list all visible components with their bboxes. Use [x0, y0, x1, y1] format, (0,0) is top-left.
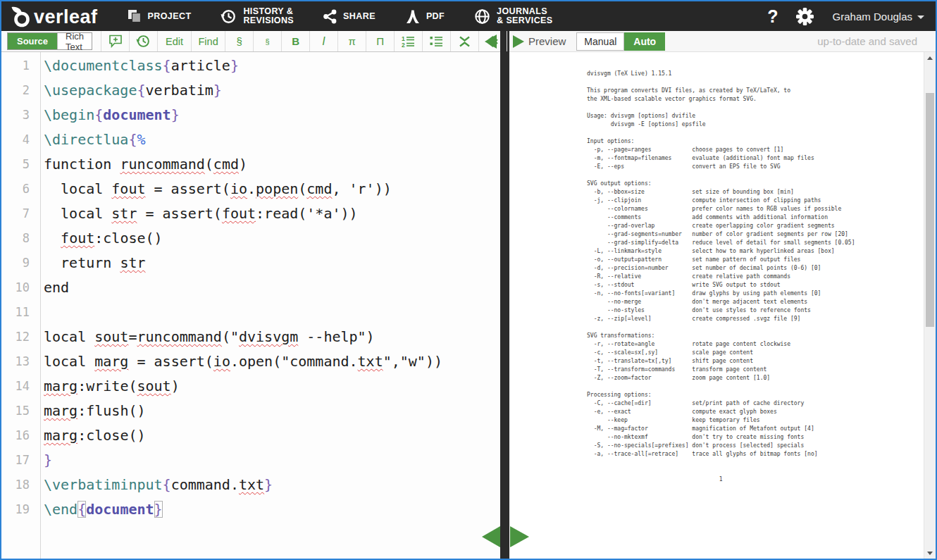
code-line[interactable]: 18\verbatiminput{command.txt}	[1, 473, 500, 497]
history-icon	[136, 34, 151, 49]
track-changes-button[interactable]	[130, 31, 158, 51]
find-button[interactable]: Find	[192, 31, 225, 51]
code-line[interactable]: 2\usepackage{verbatim}	[1, 78, 500, 103]
help-button[interactable]: ?	[767, 6, 778, 27]
line-number: 7	[1, 201, 40, 226]
code-text: \begin{document}	[40, 103, 180, 127]
nav-item-pdf[interactable]: PDF	[405, 9, 445, 24]
source-mode-button[interactable]: Source	[8, 33, 57, 49]
numbered-list-icon: 1 2	[402, 35, 415, 47]
collapse-editor-arrow-bottom[interactable]	[482, 526, 500, 547]
comment-plus-icon	[108, 35, 123, 48]
code-text: local marg = assert(io.open("command.txt…	[40, 349, 442, 374]
scrollbar-up-button[interactable]	[924, 52, 936, 63]
code-text: \verbatiminput{command.txt}	[40, 473, 273, 497]
settings-gear-button[interactable]	[795, 7, 814, 26]
pane-resize-divider[interactable]	[500, 31, 509, 559]
inline-math-button[interactable]: π	[338, 31, 366, 51]
code-line[interactable]: 19\end{document}	[1, 497, 500, 522]
code-line[interactable]: 5function runcommand(cmd)	[1, 152, 500, 177]
gear-icon	[795, 7, 814, 26]
numbered-list-button[interactable]: 1 2	[395, 31, 423, 51]
line-number: 4	[1, 127, 40, 152]
code-line[interactable]: 1\documentclass{article}	[1, 54, 500, 78]
line-number: 1	[1, 54, 40, 78]
bullet-list-icon	[430, 35, 443, 47]
code-text: return str	[40, 251, 146, 275]
navbar-right: ? Graham Douglas	[767, 6, 936, 27]
share-icon	[323, 9, 337, 24]
line-number: 12	[1, 325, 40, 349]
line-number: 8	[1, 226, 40, 251]
line-number: 17	[1, 448, 40, 473]
collapse-editor-arrow-top[interactable]	[485, 35, 497, 49]
edit-menu-button[interactable]: Edit	[158, 31, 192, 51]
collapse-icon	[459, 36, 471, 47]
history-clock-icon	[221, 8, 237, 25]
code-line[interactable]: 3\begin{document}	[1, 103, 500, 127]
display-math-button[interactable]: Π	[366, 31, 395, 51]
code-line[interactable]: 17}	[1, 448, 500, 473]
pdf-text: dvisvgm (TeX Live) 1.15.1 This program c…	[509, 52, 936, 484]
overleaf-leaf-icon	[11, 6, 34, 27]
project-icon	[128, 9, 142, 23]
line-number: 15	[1, 399, 40, 423]
source-code-editor[interactable]: 1\documentclass{article}2\usepackage{ver…	[1, 52, 500, 559]
scrollbar-thumb[interactable]	[926, 93, 934, 327]
line-number: 18	[1, 473, 40, 497]
code-text: marg:write(sout)	[40, 374, 180, 399]
line-number: 9	[1, 251, 40, 275]
expand-preview-arrow-bottom[interactable]	[510, 526, 529, 547]
code-line[interactable]: 10end	[1, 275, 500, 300]
code-line[interactable]: 16marg:close()	[1, 423, 500, 448]
code-line[interactable]: 9 return str	[1, 251, 500, 275]
mode-toggle: Source Rich Text	[7, 32, 92, 50]
rich-text-mode-button[interactable]: Rich Text	[57, 33, 92, 49]
user-menu[interactable]: Graham Douglas	[833, 11, 924, 23]
nav-item-journals-services[interactable]: JOURNALS & SERVICES	[474, 7, 553, 25]
code-line[interactable]: 11	[1, 300, 500, 325]
code-line[interactable]: 6 local fout = assert(io.popen(cmd, 'r')…	[1, 177, 500, 201]
section-button[interactable]: §	[225, 31, 254, 51]
code-line[interactable]: 13local marg = assert(io.open("command.t…	[1, 349, 500, 374]
nav-item-history-revisions[interactable]: HISTORY & REVISIONS	[221, 7, 294, 25]
subsection-button[interactable]: §	[254, 31, 282, 51]
auto-compile-button[interactable]: Auto	[624, 32, 665, 51]
code-line[interactable]: 15marg:flush()	[1, 399, 500, 423]
code-text: function runcommand(cmd)	[40, 152, 247, 177]
bold-button[interactable]: B	[282, 31, 310, 51]
code-text: }	[40, 448, 52, 473]
code-line[interactable]: 12local sout=runcommand("dvisvgm --help"…	[1, 325, 500, 349]
preview-toolbar: Preview Manual Auto up-to-date and saved	[509, 31, 936, 52]
line-number: 16	[1, 423, 40, 448]
code-line[interactable]: 7 local str = assert(fout:read('*a'))	[1, 201, 500, 226]
line-number: 3	[1, 103, 40, 127]
collapse-lines-button[interactable]	[451, 31, 479, 51]
code-line[interactable]: 14marg:write(sout)	[1, 374, 500, 399]
overleaf-logo[interactable]: verleaf	[11, 6, 98, 27]
code-line[interactable]: 8 fout:close()	[1, 226, 500, 251]
nav-item-project[interactable]: PROJECT	[128, 9, 192, 23]
top-navbar: verleaf PROJECT HISTORY & REVISIONS	[1, 1, 936, 31]
bullet-list-button[interactable]	[423, 31, 451, 51]
line-number: 11	[1, 300, 40, 325]
main-split: Source Rich Text Edit	[1, 31, 936, 559]
code-text: marg:flush()	[40, 399, 146, 423]
preview-label: Preview	[528, 35, 566, 47]
preview-scrollbar[interactable]	[924, 52, 936, 559]
code-line[interactable]: 4\directlua{%	[1, 127, 500, 152]
scroll-down-icon	[927, 552, 933, 555]
add-comment-button[interactable]	[101, 31, 130, 51]
compile-mode-toggle: Manual Auto	[576, 32, 665, 51]
line-number: 5	[1, 152, 40, 177]
nav-item-share[interactable]: SHARE	[323, 9, 376, 24]
code-text: local str = assert(fout:read('*a'))	[40, 201, 358, 226]
expand-preview-arrow-top[interactable]	[513, 35, 524, 48]
chevron-down-icon	[917, 15, 924, 19]
gutter-divider	[40, 52, 41, 559]
code-text: marg:close()	[40, 423, 146, 448]
manual-compile-button[interactable]: Manual	[576, 32, 624, 51]
line-number: 2	[1, 78, 40, 103]
compile-status: up-to-date and saved	[817, 35, 917, 47]
italic-button[interactable]: I	[310, 31, 338, 51]
